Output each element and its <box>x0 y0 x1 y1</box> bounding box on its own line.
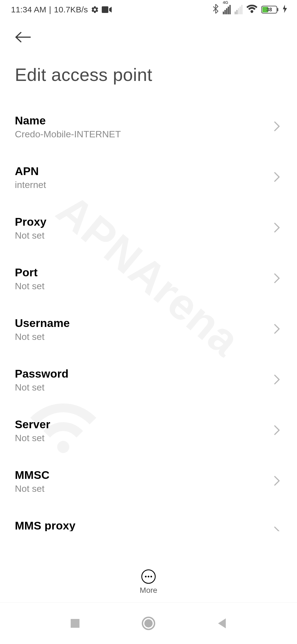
status-right: 4G 38 <box>212 4 287 15</box>
setting-proxy[interactable]: Proxy Not set <box>0 203 297 253</box>
svg-rect-0 <box>102 6 108 13</box>
arrow-left-icon <box>15 31 31 43</box>
setting-server[interactable]: Server Not set <box>0 405 297 456</box>
item-value: Not set <box>15 433 50 443</box>
setting-apn[interactable]: APN internet <box>0 152 297 203</box>
item-value: Credo-Mobile-INTERNET <box>15 129 121 140</box>
item-value: Not set <box>15 230 46 241</box>
list-item-text: Proxy Not set <box>15 215 46 241</box>
item-label: MMS proxy <box>15 519 76 531</box>
navigation-bar <box>0 603 297 644</box>
square-icon <box>70 618 81 629</box>
circle-icon <box>142 616 155 630</box>
svg-point-7 <box>144 619 153 627</box>
list-item-text: MMS proxy Not set <box>15 519 76 531</box>
setting-port[interactable]: Port Not set <box>0 253 297 304</box>
video-icon <box>102 6 112 13</box>
bottom-more-button[interactable]: More <box>0 561 297 603</box>
item-value: internet <box>15 179 46 190</box>
item-value: Not set <box>15 281 45 291</box>
status-netspeed: 10.7KB/s <box>54 5 88 14</box>
header: Edit access point <box>0 19 297 85</box>
list-item-text: Port Not set <box>15 266 45 291</box>
back-button[interactable] <box>15 28 34 47</box>
item-value: Not set <box>15 483 50 494</box>
item-label: Port <box>15 266 45 279</box>
item-label: Proxy <box>15 215 46 228</box>
svg-rect-5 <box>71 619 79 628</box>
more-label: More <box>140 586 157 595</box>
bluetooth-icon <box>212 4 219 15</box>
chevron-right-icon <box>274 324 280 335</box>
setting-name[interactable]: Name Credo-Mobile-INTERNET <box>0 102 297 152</box>
setting-mmsc[interactable]: MMSC Not set <box>0 456 297 507</box>
nav-recents-button[interactable] <box>67 615 83 632</box>
content-area: APNArena Edit access point Name Credo-Mo… <box>0 19 297 531</box>
nav-back-button[interactable] <box>214 615 230 632</box>
chevron-right-icon <box>274 172 280 183</box>
chevron-right-icon <box>274 526 280 531</box>
status-time: 11:34 AM <box>11 5 46 14</box>
item-value: Not set <box>15 331 70 342</box>
item-label: MMSC <box>15 469 50 482</box>
triangle-left-icon <box>216 617 227 629</box>
wifi-icon <box>246 4 257 15</box>
chevron-right-icon <box>274 476 280 487</box>
chevron-right-icon <box>274 121 280 133</box>
item-label: Name <box>15 114 121 127</box>
setting-password[interactable]: Password Not set <box>0 355 297 405</box>
battery-level: 38 <box>266 7 272 12</box>
list-item-text: Password Not set <box>15 367 68 393</box>
battery-icon: 38 <box>261 5 279 14</box>
status-separator: | <box>49 5 51 14</box>
setting-username[interactable]: Username Not set <box>0 304 297 355</box>
list-item-text: APN internet <box>15 165 46 190</box>
status-bar: 11:34 AM | 10.7KB/s 4G <box>0 0 297 19</box>
setting-mms-proxy[interactable]: MMS proxy Not set <box>0 507 297 531</box>
item-value: Not set <box>15 382 68 393</box>
list-item-text: Username Not set <box>15 317 70 342</box>
item-label: APN <box>15 165 46 178</box>
chevron-right-icon <box>274 222 280 234</box>
svg-rect-2 <box>277 8 278 11</box>
signal-nosim-icon <box>235 5 243 14</box>
list-item-text: Name Credo-Mobile-INTERNET <box>15 114 121 140</box>
signal-4g-label: 4G <box>223 0 228 5</box>
list-item-text: Server Not set <box>15 418 50 443</box>
item-label: Server <box>15 418 50 431</box>
status-left: 11:34 AM | 10.7KB/s <box>11 5 112 14</box>
item-label: Username <box>15 317 70 330</box>
list-item-text: MMSC Not set <box>15 469 50 494</box>
nav-home-button[interactable] <box>140 615 157 632</box>
more-icon <box>141 569 156 584</box>
chevron-right-icon <box>274 425 280 436</box>
item-label: Password <box>15 367 68 380</box>
settings-list: Name Credo-Mobile-INTERNET APN internet … <box>0 102 297 531</box>
charging-icon <box>283 5 287 15</box>
signal-4g-group: 4G <box>223 5 231 14</box>
page-title: Edit access point <box>15 64 282 85</box>
chevron-right-icon <box>274 374 280 386</box>
gear-icon <box>91 6 99 14</box>
chevron-right-icon <box>274 273 280 285</box>
